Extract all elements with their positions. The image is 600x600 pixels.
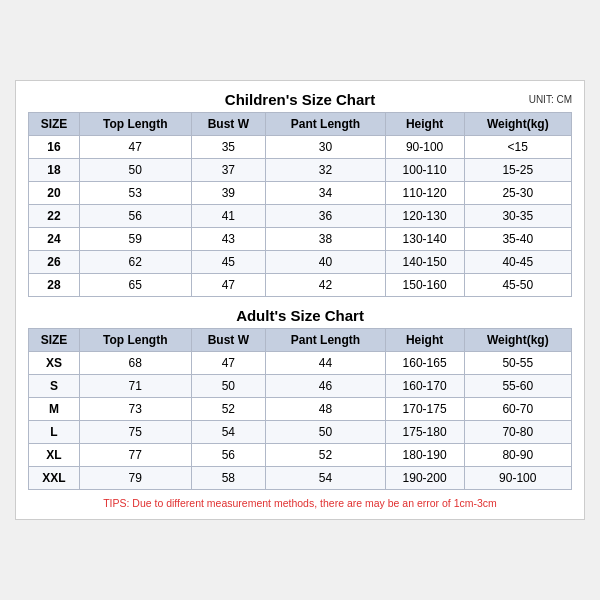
adults-col-bustw: Bust W <box>191 329 266 352</box>
children-header-row: SIZE Top Length Bust W Pant Length Heigh… <box>29 113 572 136</box>
adults-col-toplength: Top Length <box>79 329 191 352</box>
adults-col-weight: Weight(kg) <box>464 329 571 352</box>
children-col-bustw: Bust W <box>191 113 266 136</box>
table-row: M735248170-17560-70 <box>29 398 572 421</box>
tips-text: TIPS: Due to different measurement metho… <box>28 497 572 509</box>
adults-table: SIZE Top Length Bust W Pant Length Heigh… <box>28 328 572 490</box>
adults-col-height: Height <box>385 329 464 352</box>
children-title: Children's Size Chart <box>225 91 375 108</box>
children-col-pantlength: Pant Length <box>266 113 386 136</box>
table-row: 24594338130-14035-40 <box>29 228 572 251</box>
table-row: 18503732100-11015-25 <box>29 159 572 182</box>
children-title-row: Children's Size Chart UNIT: CM <box>28 91 572 108</box>
children-col-height: Height <box>385 113 464 136</box>
table-row: 22564136120-13030-35 <box>29 205 572 228</box>
table-row: L755450175-18070-80 <box>29 421 572 444</box>
adults-header-row: SIZE Top Length Bust W Pant Length Heigh… <box>29 329 572 352</box>
children-table: SIZE Top Length Bust W Pant Length Heigh… <box>28 112 572 297</box>
table-row: 28654742150-16045-50 <box>29 274 572 297</box>
adults-col-size: SIZE <box>29 329 80 352</box>
children-col-toplength: Top Length <box>79 113 191 136</box>
table-row: 26624540140-15040-45 <box>29 251 572 274</box>
table-row: XXL795854190-20090-100 <box>29 467 572 490</box>
table-row: XL775652180-19080-90 <box>29 444 572 467</box>
table-row: 20533934110-12025-30 <box>29 182 572 205</box>
table-row: XS684744160-16550-55 <box>29 352 572 375</box>
adults-title-row: Adult's Size Chart <box>28 307 572 324</box>
children-col-size: SIZE <box>29 113 80 136</box>
table-row: 1647353090-100<15 <box>29 136 572 159</box>
adults-title: Adult's Size Chart <box>236 307 364 324</box>
unit-label: UNIT: CM <box>529 94 572 105</box>
adults-col-pantlength: Pant Length <box>266 329 386 352</box>
table-row: S715046160-17055-60 <box>29 375 572 398</box>
children-col-weight: Weight(kg) <box>464 113 571 136</box>
chart-container: Children's Size Chart UNIT: CM SIZE Top … <box>15 80 585 520</box>
